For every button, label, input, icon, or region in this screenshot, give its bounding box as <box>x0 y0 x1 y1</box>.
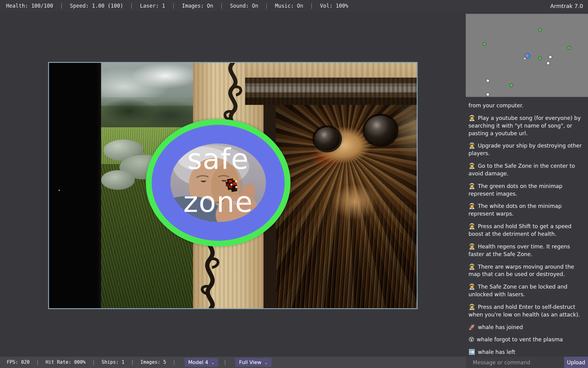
message-input[interactable] <box>466 357 564 368</box>
chat-message-text: The white dots on the minimap represent … <box>469 203 562 217</box>
chat-message-icon: 🧑‍🚀 <box>469 115 475 121</box>
chat-message: 🧑‍🚀Upgrade your ship by destroying other… <box>469 142 586 157</box>
parchment-top-band <box>245 63 417 78</box>
space-backdrop <box>49 63 101 308</box>
chat-message-icon: 🧑‍🚀 <box>469 263 475 270</box>
chat-message-text: Play a youtube song (for everyone) by se… <box>469 115 581 136</box>
minimap-dot <box>487 79 489 82</box>
minimap-player-marker <box>525 53 530 58</box>
hud-stat: Music: On <box>275 3 303 9</box>
chat-message: 🧑‍🚀Press and hold Shift to get a speed b… <box>469 222 586 238</box>
minimap-dot <box>510 84 513 87</box>
chat-message-text: There are warps moving around the map th… <box>469 264 574 278</box>
hud-stat: | <box>220 3 223 9</box>
player-ship-sprite <box>223 175 245 195</box>
game-viewport[interactable]: safe zone glue <box>48 62 418 309</box>
creature-goggle-right <box>365 116 396 145</box>
status-stat: | <box>131 359 134 365</box>
chat-message: 🧑‍🚀Press and hold Enter to self-destruct… <box>469 303 586 319</box>
chat-message-icon: 🧑‍🚀 <box>469 304 475 310</box>
bottom-status-bar: FPS: 020 | Hit Rate: 000% | Ships: 1 | I… <box>0 357 588 368</box>
safe-zone-ring: safe zone <box>146 119 290 247</box>
chat-message-icon: 🚀 <box>469 324 475 330</box>
minimap-dot <box>487 93 489 96</box>
safe-zone-label: safe zone <box>146 138 290 224</box>
app-screen: Health: 100/100 | Speed: 1.00 (100) | La… <box>0 0 588 368</box>
minimap-dot <box>547 62 550 65</box>
wooden-beam <box>245 78 417 105</box>
chat-message-icon: 🧑‍🚀 <box>469 163 475 169</box>
chat-message-text: Press and hold Shift to get a speed boos… <box>469 223 571 237</box>
top-status-bar: Health: 100/100 | Speed: 1.00 (100) | La… <box>0 0 588 12</box>
minimap-dot <box>539 57 541 60</box>
app-title: Armtrak 7.0 <box>550 0 583 12</box>
chat-message-icon: 🧑‍🚀 <box>469 142 475 149</box>
hud-stat: Sound: On <box>230 3 258 9</box>
chat-message-icon: 🧑‍🚀 <box>469 203 475 209</box>
minimap-dot <box>549 56 552 59</box>
hud-stat: Speed: 1.00 (100) <box>70 3 123 9</box>
chat-message: 🚀whale has joined <box>469 323 586 331</box>
chat-message-icon: 😵 <box>469 336 474 343</box>
hud-stat: Images: On <box>182 3 213 9</box>
hud-stat: Laser: 1 <box>140 3 165 9</box>
chat-message-text: Press and hold Enter to self-destruct wh… <box>469 304 580 318</box>
hud-stat: | <box>310 3 313 9</box>
chat-message-icon: 🧑‍🚀 <box>469 283 475 290</box>
hud-stat: | <box>172 3 175 9</box>
chevron-down-icon: ⌄ <box>264 360 268 365</box>
hud-stat: Health: 100/100 <box>6 3 53 9</box>
model-select[interactable]: Model 4⌄ <box>184 358 218 367</box>
hud-stat: Vol: 100% <box>320 3 348 9</box>
chat-message: 🧑‍🚀Health regens over time. It regens fa… <box>469 243 586 258</box>
hud-stat: | <box>130 3 133 9</box>
minimap-dot <box>568 47 571 49</box>
creature-beard <box>276 195 417 308</box>
chat-message-text: The green dots on the minimap represent … <box>469 183 562 197</box>
chat-message: 🧑‍🚀Play a youtube song (for everyone) by… <box>469 114 586 137</box>
chat-message-text: Go to the Safe Zone in the center to avo… <box>469 163 575 177</box>
status-stat: FPS: 020 <box>7 359 30 365</box>
creature-goggle-left <box>314 127 340 151</box>
chat-message-text: The Safe Zone can be locked and unlocked… <box>469 284 567 297</box>
status-stat: | <box>173 359 175 365</box>
upload-button[interactable]: Upload <box>564 357 588 368</box>
chat-feed: from your computer. 🧑‍🚀Play a youtube so… <box>466 97 588 357</box>
hud-stat: | <box>265 3 268 9</box>
hud-stat: | <box>60 3 63 9</box>
chat-message: 😵whale forgot to vent the plasma <box>469 335 586 343</box>
chat-message: from your computer. <box>469 102 586 109</box>
status-stat: | <box>36 359 39 365</box>
chat-message-text: Upgrade your ship by destroying other pl… <box>469 143 582 156</box>
chat-message-text: from your computer. <box>469 102 524 109</box>
status-stat: Images: 5 <box>140 359 166 365</box>
chat-message: 🧑‍🚀There are warps moving around the map… <box>469 263 586 278</box>
minimap-dot <box>483 43 486 45</box>
chat-message: 🧑‍🚀Go to the Safe Zone in the center to … <box>469 162 586 178</box>
player-name-label: glue <box>233 200 251 205</box>
debris-particle <box>59 190 60 191</box>
chat-message-text: Health regens over time. It regens faste… <box>469 243 570 257</box>
chat-message-text: whale has joined <box>478 324 523 330</box>
view-select[interactable]: Full View⌄ <box>235 358 271 367</box>
chat-message: 🧑‍🚀The Safe Zone can be locked and unloc… <box>469 283 586 298</box>
chevron-down-icon: ⌄ <box>211 360 214 365</box>
status-stat: Ships: 1 <box>101 359 124 365</box>
chat-message-icon: 🧑‍🚀 <box>469 183 475 189</box>
chat-message-icon: 🧑‍🚀 <box>469 223 475 229</box>
chat-message-icon: ➡️ <box>469 349 475 355</box>
rock-shape <box>101 170 135 190</box>
minimap <box>466 14 588 97</box>
bar-divider: | <box>224 359 226 365</box>
status-stat: Hit Rate: 000% <box>46 359 86 365</box>
status-stat: | <box>92 359 95 365</box>
chat-message: 🧑‍🚀The green dots on the minimap represe… <box>469 182 586 198</box>
chat-message: ➡️whale has left <box>469 348 586 356</box>
minimap-dot <box>539 29 541 31</box>
chat-message-text: whale forgot to vent the plasma <box>477 336 563 343</box>
chat-message-icon: 🧑‍🚀 <box>469 243 475 250</box>
chat-message-text: whale has left <box>478 349 515 355</box>
chat-message: 🧑‍🚀The white dots on the minimap represe… <box>469 202 586 218</box>
